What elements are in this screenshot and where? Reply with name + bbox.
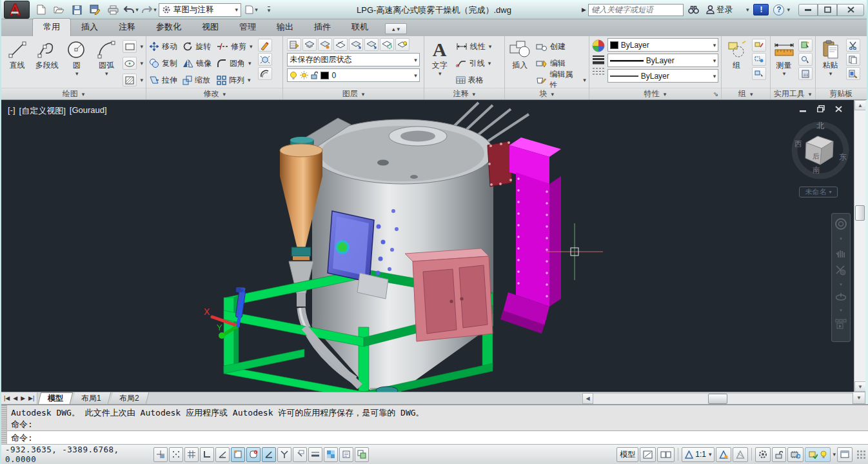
- search-button[interactable]: [686, 3, 702, 17]
- sheet-set-button[interactable]: ▾: [242, 3, 259, 17]
- prev-tab-arrow[interactable]: ◀: [13, 395, 17, 401]
- isolate-objects-icon[interactable]: [809, 450, 818, 459]
- panel-label-utilities[interactable]: 实用工具▾: [771, 88, 815, 99]
- undo-button[interactable]: ▾: [123, 3, 139, 17]
- dynamic-input-toggle[interactable]: [293, 447, 307, 462]
- ellipse-button[interactable]: [123, 57, 137, 70]
- control-cabinet[interactable]: [405, 248, 493, 341]
- erase-button[interactable]: [258, 39, 272, 52]
- copy-button[interactable]: 复制: [149, 55, 177, 71]
- restore-button[interactable]: [818, 4, 837, 16]
- object-snap-tracking-toggle[interactable]: [262, 447, 276, 462]
- vp-restore-button[interactable]: [817, 105, 825, 112]
- infer-constraints-toggle[interactable]: [153, 447, 168, 462]
- measure-button[interactable]: 测量 ▾: [773, 38, 795, 77]
- tab-model[interactable]: 模型: [38, 392, 73, 404]
- layer-freeze-button[interactable]: [349, 38, 363, 51]
- help-button[interactable]: ? ▾: [771, 3, 793, 17]
- stretch-button[interactable]: 拉伸: [149, 72, 177, 88]
- block-create-button[interactable]: 创建: [536, 39, 586, 54]
- copy-clip-button[interactable]: [846, 53, 860, 66]
- command-input[interactable]: 命令:: [7, 430, 868, 445]
- scroll-left-arrow[interactable]: ◀: [582, 393, 593, 404]
- fillet-button[interactable]: 圆角▾: [217, 55, 253, 71]
- layer-match-button[interactable]: [380, 38, 394, 51]
- coordinates-readout[interactable]: -932.3635, -3389.6768, 0.0000: [5, 445, 152, 464]
- table-button[interactable]: 表格: [456, 72, 492, 88]
- lightbulb-icon[interactable]: [820, 450, 827, 459]
- annotation-scale-button[interactable]: 1:1▾: [682, 447, 715, 462]
- autocad-menu-button[interactable]: ▾: [4, 1, 30, 19]
- tab-annotate[interactable]: 注释: [108, 19, 146, 36]
- isolate-objects-group[interactable]: [805, 447, 831, 462]
- tab-home[interactable]: 常用: [32, 18, 71, 36]
- trim-button[interactable]: 修剪▾: [217, 39, 253, 54]
- explode-button[interactable]: [258, 53, 272, 66]
- viewport-shade-menu[interactable]: [Gouraud]: [70, 105, 107, 117]
- block-edit-attr-button[interactable]: 编辑属性▾: [536, 72, 586, 88]
- viewcube-ucs-dropdown[interactable]: 未命名▾: [799, 187, 838, 197]
- close-button[interactable]: [837, 4, 864, 16]
- save-button[interactable]: [68, 3, 85, 17]
- grid-display-toggle[interactable]: [184, 447, 199, 462]
- circle-button[interactable]: 圆 ▾: [63, 38, 90, 77]
- plot-button[interactable]: [104, 3, 121, 17]
- toolbar-lock-button[interactable]: [772, 447, 786, 462]
- next-tab-arrow[interactable]: ▶: [21, 395, 25, 401]
- annotation-visibility-button[interactable]: [716, 447, 731, 462]
- tab-layout2[interactable]: 布局2: [110, 392, 149, 404]
- navigation-bar[interactable]: ▾ ▾ ▾: [831, 213, 851, 342]
- tab-view[interactable]: 视图: [192, 19, 229, 36]
- showmotion-icon[interactable]: [835, 319, 847, 329]
- quick-properties-toggle[interactable]: [339, 447, 353, 462]
- scrollbar-corner-down-arrow[interactable]: ▼: [853, 392, 865, 404]
- layer-unisolate-button[interactable]: [333, 38, 348, 51]
- tab-plugins[interactable]: 插件: [304, 19, 341, 36]
- signin-button[interactable]: 登录 ▾: [704, 3, 752, 17]
- command-grip-handle[interactable]: [1, 405, 7, 444]
- vertical-scroll-thumb[interactable]: [855, 205, 865, 221]
- panel-label-modify[interactable]: 修改▾: [146, 88, 282, 99]
- search-input[interactable]: [588, 4, 684, 16]
- horizontal-scroll-thumb[interactable]: [708, 394, 727, 404]
- model-space-button[interactable]: 模型: [616, 447, 638, 462]
- array-button[interactable]: 阵列▾: [217, 72, 253, 88]
- selection-cycling-toggle[interactable]: [355, 447, 369, 462]
- polar-tracking-toggle[interactable]: [215, 447, 230, 462]
- layer-state-combo[interactable]: 未保存的图层状态▾: [287, 53, 419, 66]
- last-tab-arrow[interactable]: ▶|: [28, 395, 34, 401]
- arc-button[interactable]: 圆弧 ▾: [93, 38, 119, 77]
- horizontal-scrollbar[interactable]: ◀ ▶: [582, 392, 865, 404]
- ungroup-button[interactable]: [752, 39, 766, 52]
- horizontal-scroll-track[interactable]: [593, 393, 854, 404]
- line-button[interactable]: 直线: [4, 38, 30, 70]
- panel-label-group[interactable]: 组▾: [722, 88, 769, 99]
- panel-label-clipboard[interactable]: 剪贴板: [816, 88, 867, 99]
- properties-dialog-launcher[interactable]: ⇘: [713, 90, 718, 97]
- model-viewport[interactable]: X Y Z 北 西 东 南 后: [1, 100, 854, 392]
- pan-hand-icon[interactable]: [835, 247, 847, 259]
- dynamic-ucs-toggle[interactable]: [277, 447, 291, 462]
- infocenter-expand-arrow[interactable]: ▶: [582, 6, 586, 13]
- ribbon-minimize-button[interactable]: ▴▾: [385, 23, 407, 34]
- tab-online[interactable]: 联机: [341, 19, 379, 36]
- sheet-dropdown-arrow[interactable]: ▾: [255, 6, 258, 13]
- workspace-combo[interactable]: 草图与注释 ▾: [159, 3, 241, 17]
- panel-label-block[interactable]: 块▾: [505, 88, 589, 99]
- panel-label-layers[interactable]: 图层▾: [283, 88, 423, 99]
- quick-view-layouts-button[interactable]: [657, 447, 675, 462]
- polyline-button[interactable]: 多段线: [34, 38, 60, 70]
- group-select-toggle[interactable]: [752, 67, 766, 80]
- new-button[interactable]: [32, 3, 49, 17]
- exchange-apps-button[interactable]: !: [753, 4, 769, 15]
- steering-wheel-icon[interactable]: [834, 217, 847, 230]
- lineweight-toggle[interactable]: [308, 447, 322, 462]
- text-button[interactable]: A 文字 ▾: [427, 38, 453, 77]
- ortho-mode-toggle[interactable]: [200, 447, 214, 462]
- layer-prev-button[interactable]: [395, 38, 409, 51]
- transparency-toggle[interactable]: [324, 447, 338, 462]
- redo-dropdown-arrow[interactable]: ▾: [153, 6, 157, 13]
- scroll-up-arrow[interactable]: ▲: [854, 100, 866, 110]
- minimize-button[interactable]: [798, 4, 818, 16]
- exhaust-duct[interactable]: [488, 137, 561, 334]
